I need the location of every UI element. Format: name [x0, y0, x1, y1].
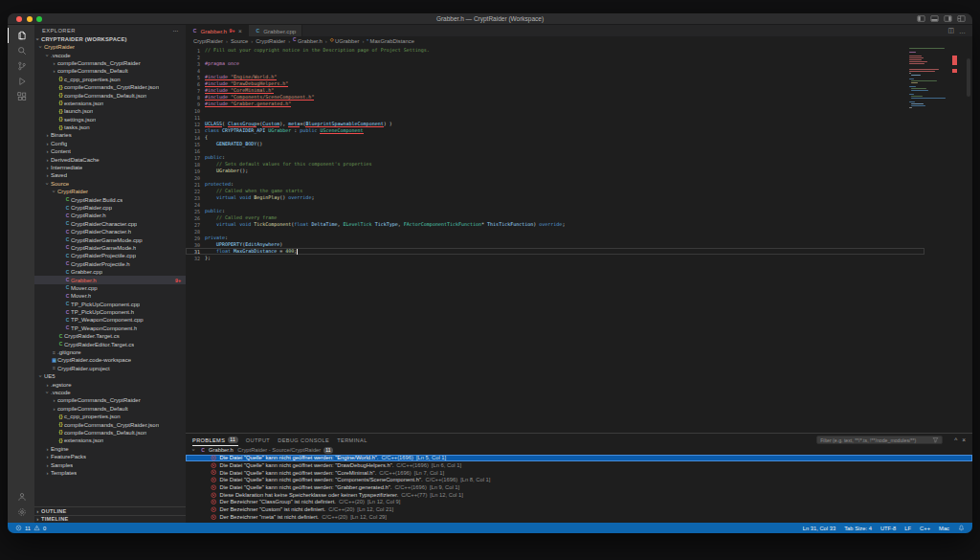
- code-line[interactable]: 8#include "Components/SceneComponent.h": [186, 94, 924, 101]
- tree-item[interactable]: ≡CryptRaider.uproject: [34, 365, 186, 372]
- panel-tab-debug-console[interactable]: DEBUG CONSOLE: [278, 434, 329, 446]
- problems-filter-input[interactable]: [816, 436, 943, 444]
- tree-item[interactable]: CCryptRaiderGameMode.cpp: [34, 235, 186, 243]
- code-line[interactable]: 20: [186, 174, 924, 181]
- tree-item[interactable]: ›CryptRaider: [34, 188, 186, 195]
- tree-item[interactable]: {}compileCommands_Default.json: [34, 429, 186, 437]
- encoding-item[interactable]: UTF-8: [880, 526, 896, 531]
- tree-item[interactable]: {}compileCommands_Default.json: [34, 91, 186, 99]
- close-tab-icon[interactable]: ×: [238, 28, 242, 34]
- tab-grabber-cpp[interactable]: C Grabber.cpp: [249, 25, 303, 36]
- problem-row[interactable]: Diese Deklaration hat keine Speicherklas…: [186, 491, 972, 499]
- tree-item[interactable]: CCryptRaiderGameMode.h: [34, 244, 186, 252]
- code-line[interactable]: 5#include "Engine/World.h": [186, 74, 924, 80]
- tree-item[interactable]: ›FeaturePacks: [34, 453, 186, 460]
- code-line[interactable]: 3#pragma once: [186, 60, 924, 67]
- tree-item[interactable]: {}tasks.json: [34, 123, 186, 131]
- panel-tab-terminal[interactable]: TERMINAL: [337, 434, 367, 446]
- problem-row[interactable]: Der Bezeichner "ClassGroup" ist nicht de…: [186, 499, 972, 506]
- code-line[interactable]: 1// Fill out your copyright notice in th…: [186, 47, 924, 54]
- tree-item[interactable]: ›Content: [34, 147, 186, 155]
- maximize-panel-icon[interactable]: ^: [954, 437, 957, 443]
- tree-item[interactable]: ›Intermediate: [34, 164, 186, 171]
- tree-item[interactable]: ›Samples: [34, 460, 186, 468]
- code-line[interactable]: 15 GENERATED_BODY(): [186, 141, 924, 147]
- close-window-button[interactable]: [16, 16, 22, 22]
- tree-item[interactable]: CCryptRaiderCharacter.cpp: [34, 220, 186, 228]
- breadcrumb-item[interactable]: ▫MaxGrabDistance: [367, 38, 414, 44]
- activity-run-debug-icon[interactable]: [8, 74, 34, 89]
- customize-layout-icon[interactable]: [957, 14, 966, 23]
- tree-item[interactable]: ›Engine: [34, 445, 186, 453]
- tree-item[interactable]: ›DerivedDataCache: [34, 155, 186, 163]
- tree-item[interactable]: ›CryptRaider: [34, 43, 186, 51]
- code-line[interactable]: 29private:: [186, 235, 924, 241]
- tree-item[interactable]: CCryptRaider.h: [34, 212, 186, 219]
- tree-item[interactable]: ▣CryptRaider.code-workspace: [34, 356, 186, 364]
- timeline-section-header[interactable]: › TIMELINE: [34, 515, 186, 523]
- editor-more-actions-icon[interactable]: …: [959, 28, 966, 34]
- tree-item[interactable]: CTP_PickUpComponent.h: [34, 308, 186, 316]
- activity-settings-icon[interactable]: [8, 504, 34, 520]
- tree-item[interactable]: CMover.cpp: [34, 284, 186, 292]
- tree-item[interactable]: ›compileCommands_CryptRaider: [34, 396, 186, 404]
- minimize-window-button[interactable]: [27, 16, 33, 22]
- indentation-item[interactable]: Tab Size: 4: [844, 526, 872, 531]
- tree-item[interactable]: ›compileCommands_CryptRaider: [34, 59, 186, 67]
- eol-item[interactable]: LF: [904, 526, 911, 531]
- tree-item[interactable]: ›Binaries: [34, 131, 186, 139]
- problems-status-item[interactable]: 11 0: [15, 525, 46, 531]
- code-line[interactable]: 28: [186, 228, 924, 235]
- activity-explorer-icon[interactable]: [8, 28, 34, 43]
- tree-item[interactable]: ›Saved: [34, 171, 186, 179]
- keyboard-layout-item[interactable]: Mac: [939, 526, 949, 531]
- code-line[interactable]: 7#include "CoreMinimal.h": [186, 87, 924, 94]
- workspace-section-header[interactable]: › CRYPTRAIDER (WORKSPACE): [34, 34, 186, 43]
- code-editor[interactable]: 1// Fill out your copyright notice in th…: [186, 45, 972, 433]
- breadcrumb-item[interactable]: CryptRaider: [256, 38, 285, 44]
- tree-item[interactable]: CCryptRaider.Build.cs: [34, 195, 186, 203]
- toggle-secondary-sidebar-icon[interactable]: [944, 14, 952, 23]
- code-line[interactable]: 23 virtual void BeginPlay() override;: [186, 194, 924, 201]
- filter-input[interactable]: [820, 437, 930, 443]
- panel-tab-problems[interactable]: PROBLEMS11: [192, 434, 238, 446]
- code-line[interactable]: 12UCLASS( ClassGroup=(Custom), meta=(Blu…: [186, 121, 924, 127]
- tree-item[interactable]: {}settings.json: [34, 116, 186, 123]
- code-line[interactable]: 14{: [186, 134, 924, 141]
- tree-item[interactable]: ≡.gitignore: [34, 348, 186, 356]
- activity-search-icon[interactable]: [8, 43, 34, 58]
- problem-row[interactable]: Die Datei "Quelle" kann nicht geöffnet w…: [186, 461, 972, 469]
- tree-item[interactable]: ›.egstore: [34, 380, 186, 388]
- tree-item[interactable]: CGrabber.h9+: [34, 276, 186, 283]
- code-line[interactable]: 17public:: [186, 154, 924, 161]
- explorer-more-actions-icon[interactable]: ⋯: [173, 28, 179, 34]
- zoom-window-button[interactable]: [36, 16, 42, 22]
- tree-item[interactable]: ›compileCommands_Default: [34, 67, 186, 75]
- outline-section-header[interactable]: › OUTLINE: [34, 506, 186, 514]
- tree-item[interactable]: CCryptRaider.cpp: [34, 204, 186, 212]
- editor-scrollbar[interactable]: [967, 58, 970, 97]
- tree-item[interactable]: ›Templates: [34, 469, 186, 477]
- code-line[interactable]: 4: [186, 67, 924, 74]
- tree-item[interactable]: CCryptRaiderProjectile.h: [34, 260, 186, 268]
- tree-item[interactable]: {}extensions.json: [34, 437, 186, 444]
- language-mode-item[interactable]: C++: [920, 526, 930, 531]
- cursor-position-item[interactable]: Ln 31, Col 33: [803, 526, 835, 531]
- tree-item[interactable]: {}extensions.json: [34, 100, 186, 107]
- code-line[interactable]: 18 // Sets default values for this compo…: [186, 161, 924, 168]
- problem-row[interactable]: Die Datei "Quelle" kann nicht geöffnet w…: [186, 455, 972, 462]
- code-line[interactable]: 21protected:: [186, 181, 924, 188]
- code-line[interactable]: 11: [186, 114, 924, 121]
- code-line[interactable]: 2: [186, 54, 924, 60]
- tree-item[interactable]: {}c_cpp_properties.json: [34, 413, 186, 420]
- tree-item[interactable]: CMover.h: [34, 292, 186, 300]
- tree-item[interactable]: CCryptRaiderEditor.Target.cs: [34, 340, 186, 347]
- problem-row[interactable]: Der Bezeichner "Custom" ist nicht defini…: [186, 505, 972, 513]
- tree-item[interactable]: CGrabber.cpp: [34, 268, 186, 276]
- tree-item[interactable]: {}c_cpp_properties.json: [34, 76, 186, 83]
- problem-row[interactable]: Der Bezeichner "meta" ist nicht definier…: [186, 513, 972, 521]
- code-line[interactable]: 16: [186, 147, 924, 154]
- toggle-panel-icon[interactable]: [930, 14, 939, 23]
- code-line[interactable]: 19 UGrabber();: [186, 168, 924, 174]
- tree-item[interactable]: {}launch.json: [34, 107, 186, 115]
